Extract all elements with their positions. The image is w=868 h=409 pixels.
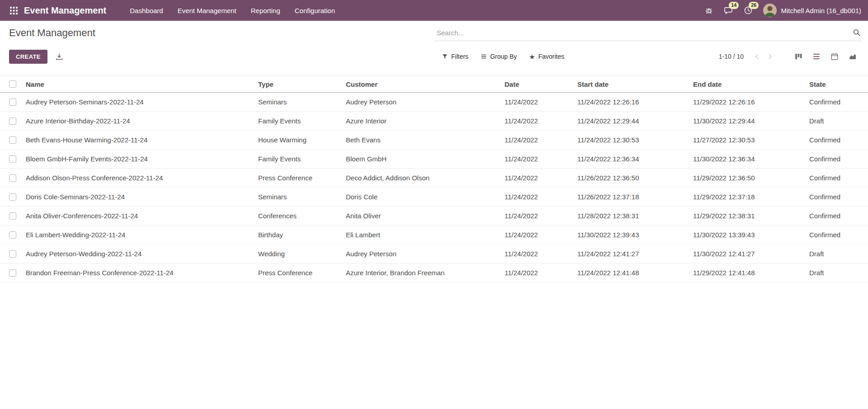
cell-type[interactable]: Family Events xyxy=(255,150,342,169)
apps-menu-button[interactable] xyxy=(7,5,20,16)
list-view-button[interactable] xyxy=(807,50,826,63)
group-by-button[interactable]: Group By xyxy=(481,53,517,60)
cell-state[interactable]: Draft xyxy=(806,263,868,282)
filters-button[interactable]: Filters xyxy=(442,53,468,60)
cell-end-date[interactable]: 11/30/2022 12:36:34 xyxy=(689,150,806,169)
cell-type[interactable]: Seminars xyxy=(255,93,342,112)
cell-date[interactable]: 11/24/2022 xyxy=(501,93,574,112)
cell-start-date[interactable]: 11/28/2022 12:38:31 xyxy=(574,207,689,226)
cell-customer[interactable]: Audrey Peterson xyxy=(342,244,501,263)
pager-next-button[interactable] xyxy=(764,52,776,61)
cell-customer[interactable]: Doris Cole xyxy=(342,188,501,207)
cell-type[interactable]: Press Conference xyxy=(255,169,342,188)
cell-name[interactable]: Beth Evans-House Warming-2022-11-24 xyxy=(22,131,255,150)
cell-start-date[interactable]: 11/24/2022 12:26:16 xyxy=(574,93,689,112)
cell-date[interactable]: 11/24/2022 xyxy=(501,169,574,188)
row-checkbox[interactable] xyxy=(9,136,16,144)
cell-start-date[interactable]: 11/24/2022 12:29:44 xyxy=(574,112,689,131)
cell-date[interactable]: 11/24/2022 xyxy=(501,150,574,169)
table-row[interactable]: Addison Olson-Press Conference-2022-11-2… xyxy=(0,169,868,188)
debug-button[interactable] xyxy=(701,4,717,17)
cell-end-date[interactable]: 11/30/2022 12:29:44 xyxy=(689,112,806,131)
table-row[interactable]: Doris Cole-Seminars-2022-11-24 Seminars … xyxy=(0,188,868,207)
cell-start-date[interactable]: 11/26/2022 12:36:50 xyxy=(574,169,689,188)
cell-end-date[interactable]: 11/30/2022 12:41:27 xyxy=(689,244,806,263)
cell-start-date[interactable]: 11/26/2022 12:37:18 xyxy=(574,188,689,207)
favorites-button[interactable]: ★ Favorites xyxy=(529,53,564,60)
column-header-name[interactable]: Name xyxy=(22,76,255,93)
cell-name[interactable]: Doris Cole-Seminars-2022-11-24 xyxy=(22,188,255,207)
cell-state[interactable]: Confirmed xyxy=(806,150,868,169)
app-brand[interactable]: Event Management xyxy=(24,5,106,16)
cell-end-date[interactable]: 11/27/2022 12:30:53 xyxy=(689,131,806,150)
cell-name[interactable]: Azure Interior-Birthday-2022-11-24 xyxy=(22,112,255,131)
menu-event-management[interactable]: Event Management xyxy=(170,0,244,21)
cell-type[interactable]: Conferences xyxy=(255,207,342,226)
cell-state[interactable]: Confirmed xyxy=(806,93,868,112)
menu-dashboard[interactable]: Dashboard xyxy=(123,0,170,21)
cell-type[interactable]: Seminars xyxy=(255,188,342,207)
row-checkbox[interactable] xyxy=(9,193,16,201)
table-row[interactable]: Eli Lambert-Wedding-2022-11-24 Birthday … xyxy=(0,226,868,244)
row-checkbox[interactable] xyxy=(9,118,16,125)
row-checkbox[interactable] xyxy=(9,174,16,182)
cell-customer[interactable]: Bloem GmbH xyxy=(342,150,501,169)
cell-date[interactable]: 11/24/2022 xyxy=(501,112,574,131)
cell-start-date[interactable]: 11/24/2022 12:36:34 xyxy=(574,150,689,169)
cell-state[interactable]: Confirmed xyxy=(806,169,868,188)
column-header-customer[interactable]: Customer xyxy=(342,76,501,93)
cell-name[interactable]: Brandon Freeman-Press Conference-2022-11… xyxy=(22,263,255,282)
cell-end-date[interactable]: 11/29/2022 12:26:16 xyxy=(689,93,806,112)
cell-customer[interactable]: Azure Interior xyxy=(342,112,501,131)
table-row[interactable]: Brandon Freeman-Press Conference-2022-11… xyxy=(0,263,868,282)
cell-end-date[interactable]: 11/29/2022 12:36:50 xyxy=(689,169,806,188)
cell-end-date[interactable]: 11/29/2022 12:38:31 xyxy=(689,207,806,226)
cell-customer[interactable]: Eli Lambert xyxy=(342,226,501,244)
cell-state[interactable]: Draft xyxy=(806,112,868,131)
cell-type[interactable]: Press Conference xyxy=(255,263,342,282)
cell-state[interactable]: Confirmed xyxy=(806,131,868,150)
search-icon[interactable] xyxy=(853,28,861,37)
table-row[interactable]: Bloem GmbH-Family Events-2022-11-24 Fami… xyxy=(0,150,868,169)
column-header-date[interactable]: Date xyxy=(501,76,574,93)
column-header-type[interactable]: Type xyxy=(255,76,342,93)
cell-customer[interactable]: Beth Evans xyxy=(342,131,501,150)
cell-name[interactable]: Bloem GmbH-Family Events-2022-11-24 xyxy=(22,150,255,169)
cell-end-date[interactable]: 11/30/2022 13:39:43 xyxy=(689,226,806,244)
table-row[interactable]: Audrey Peterson-Seminars-2022-11-24 Semi… xyxy=(0,93,868,112)
cell-start-date[interactable]: 11/24/2022 12:41:27 xyxy=(574,244,689,263)
row-checkbox[interactable] xyxy=(9,250,16,258)
cell-date[interactable]: 11/24/2022 xyxy=(501,244,574,263)
graph-view-button[interactable] xyxy=(844,50,862,63)
table-row[interactable]: Anita Oliver-Conferences-2022-11-24 Conf… xyxy=(0,207,868,226)
cell-end-date[interactable]: 11/29/2022 12:37:18 xyxy=(689,188,806,207)
cell-start-date[interactable]: 11/30/2022 12:39:43 xyxy=(574,226,689,244)
cell-name[interactable]: Audrey Peterson-Wedding-2022-11-24 xyxy=(22,244,255,263)
activities-button[interactable]: 26 xyxy=(740,3,757,18)
cell-state[interactable]: Confirmed xyxy=(806,226,868,244)
cell-state[interactable]: Confirmed xyxy=(806,188,868,207)
cell-name[interactable]: Audrey Peterson-Seminars-2022-11-24 xyxy=(22,93,255,112)
cell-date[interactable]: 11/24/2022 xyxy=(501,226,574,244)
column-header-state[interactable]: State xyxy=(806,76,868,93)
menu-reporting[interactable]: Reporting xyxy=(244,0,288,21)
create-button[interactable]: CREATE xyxy=(9,50,47,64)
cell-date[interactable]: 11/24/2022 xyxy=(501,131,574,150)
cell-date[interactable]: 11/24/2022 xyxy=(501,207,574,226)
export-button[interactable] xyxy=(54,52,64,61)
table-row[interactable]: Beth Evans-House Warming-2022-11-24 Hous… xyxy=(0,131,868,150)
messages-button[interactable]: 14 xyxy=(720,3,737,18)
cell-type[interactable]: House Warming xyxy=(255,131,342,150)
cell-date[interactable]: 11/24/2022 xyxy=(501,263,574,282)
cell-state[interactable]: Confirmed xyxy=(806,207,868,226)
table-row[interactable]: Azure Interior-Birthday-2022-11-24 Famil… xyxy=(0,112,868,131)
calendar-view-button[interactable] xyxy=(826,50,844,63)
column-header-start-date[interactable]: Start date xyxy=(574,76,689,93)
search-input[interactable] xyxy=(437,29,853,37)
cell-start-date[interactable]: 11/24/2022 12:41:48 xyxy=(574,263,689,282)
cell-type[interactable]: Birthday xyxy=(255,226,342,244)
cell-name[interactable]: Anita Oliver-Conferences-2022-11-24 xyxy=(22,207,255,226)
cell-end-date[interactable]: 11/29/2022 12:41:48 xyxy=(689,263,806,282)
cell-customer[interactable]: Anita Oliver xyxy=(342,207,501,226)
cell-start-date[interactable]: 11/24/2022 12:30:53 xyxy=(574,131,689,150)
